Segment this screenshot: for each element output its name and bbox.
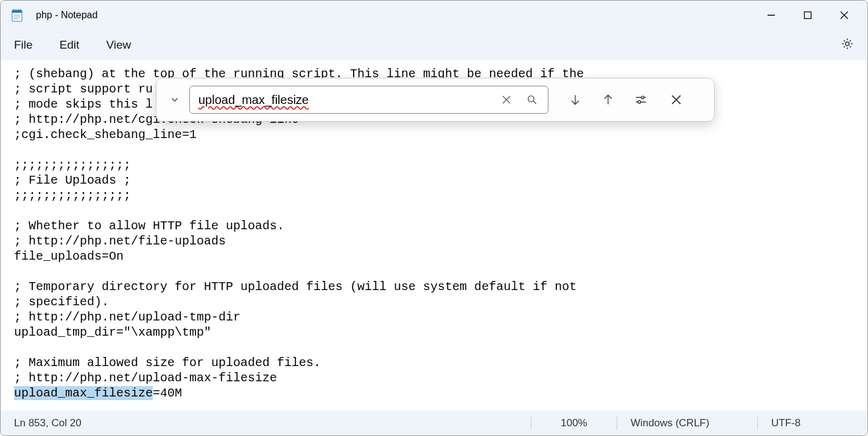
title-bar: php - Notepad xyxy=(1,1,867,30)
editor-line: ; specified). xyxy=(14,295,109,309)
editor-line: ; http://php.net/upload-tmp-dir xyxy=(14,310,240,324)
menu-edit[interactable]: Edit xyxy=(60,38,80,52)
close-find-button[interactable] xyxy=(663,86,690,113)
editor-line: upload_tmp_dir="\xampp\tmp" xyxy=(14,325,211,339)
editor-line: ; script support ru xyxy=(14,82,153,96)
menu-bar: File Edit View xyxy=(1,30,867,60)
editor-line: ; Temporary directory for HTTP uploaded … xyxy=(14,280,576,294)
search-match-highlight: upload_max_filesize xyxy=(14,386,153,400)
editor-match-suffix: =40M xyxy=(153,386,182,400)
find-bar: upload_max_filesize xyxy=(156,78,715,122)
minimize-button[interactable] xyxy=(753,1,789,30)
status-line-endings: Windows (CRLF) xyxy=(617,416,757,431)
editor-line: ;;;;;;;;;;;;;;;; xyxy=(14,189,131,202)
editor-line: ;cgi.check_shebang_line=1 xyxy=(14,128,197,142)
clear-find-button[interactable] xyxy=(495,89,517,111)
editor-line: ; Maximum allowed size for uploaded file… xyxy=(14,356,321,370)
svg-rect-11 xyxy=(805,12,811,19)
svg-point-22 xyxy=(642,96,644,99)
editor-line: ; mode skips this l xyxy=(14,97,153,111)
close-button[interactable] xyxy=(826,1,863,30)
find-options-button[interactable] xyxy=(628,86,654,113)
menu-view[interactable]: View xyxy=(106,38,131,52)
expand-find-button[interactable] xyxy=(163,88,187,112)
editor-line: ; File Uploads ; xyxy=(14,173,131,187)
editor-line: ; Whether to allow HTTP file uploads. xyxy=(14,219,284,233)
find-next-button[interactable] xyxy=(562,86,589,113)
find-input-display: upload_max_filesize xyxy=(198,93,309,107)
find-input-wrap: upload_max_filesize xyxy=(189,86,548,114)
status-bar: Ln 853, Col 20 100% Windows (CRLF) UTF-8 xyxy=(1,410,867,435)
maximize-button[interactable] xyxy=(789,1,826,30)
svg-point-17 xyxy=(528,96,534,102)
svg-point-24 xyxy=(638,100,640,103)
window-controls xyxy=(753,1,863,30)
svg-line-18 xyxy=(533,101,536,104)
editor-line: file_uploads=On xyxy=(14,249,124,263)
status-encoding: UTF-8 xyxy=(758,416,867,431)
status-zoom[interactable]: 100% xyxy=(531,416,617,431)
window-title: php - Notepad xyxy=(36,10,97,21)
editor-line: ; http://php.net/upload-max-filesize xyxy=(14,371,277,385)
svg-point-14 xyxy=(845,42,849,46)
find-nav-group xyxy=(562,86,690,113)
settings-button[interactable] xyxy=(841,37,854,53)
notepad-icon xyxy=(12,9,23,22)
find-previous-button[interactable] xyxy=(595,86,621,113)
editor-line: ;;;;;;;;;;;;;;;; xyxy=(14,158,131,172)
status-position: Ln 853, Col 20 xyxy=(1,416,531,431)
search-icon[interactable] xyxy=(521,89,543,111)
menu-file[interactable]: File xyxy=(14,38,33,52)
editor-line: ; http://php.net/file-uploads xyxy=(14,234,226,248)
editor-match-line: upload_max_filesize=40M xyxy=(14,386,182,400)
